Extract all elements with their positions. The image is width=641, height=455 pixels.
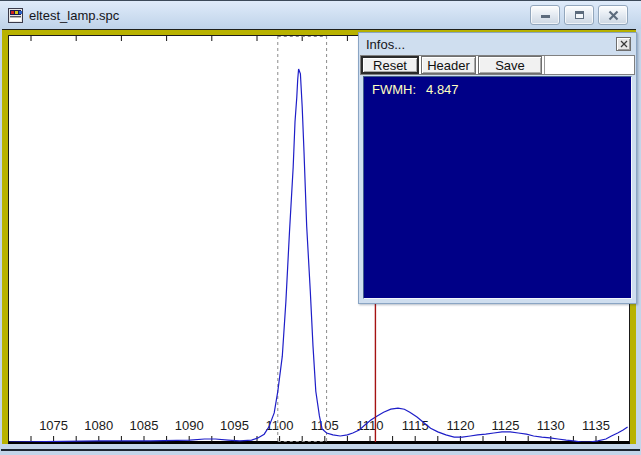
infos-readout-panel: FWMH:4.847 — [363, 76, 632, 299]
x-axis-label: 1135 — [582, 418, 610, 433]
app-icon-yellow-dot — [15, 11, 18, 14]
x-axis-label: 1090 — [175, 418, 204, 433]
window-bottom-edge — [1, 449, 640, 451]
close-icon — [608, 10, 619, 21]
titlebar[interactable]: eltest_lamp.spc — [0, 1, 641, 29]
close-icon — [620, 40, 628, 48]
app-icon-red-dot — [11, 11, 14, 14]
x-axis-label: 1095 — [220, 418, 249, 433]
reset-button[interactable]: Reset — [361, 56, 419, 74]
x-axis-label: 1085 — [130, 418, 159, 433]
x-axis-label: 1080 — [84, 418, 113, 433]
infos-close-button[interactable] — [616, 37, 631, 51]
window-title: eltest_lamp.spc — [29, 8, 119, 23]
restore-icon — [575, 11, 584, 19]
fwhm-label: FWMH: — [372, 82, 416, 97]
infos-title: Infos... — [366, 37, 405, 52]
app-window: eltest_lamp.spc 107510801085109010951100… — [0, 0, 641, 455]
save-button[interactable]: Save — [478, 56, 542, 74]
minimize-icon — [541, 15, 550, 18]
x-axis-label: 1130 — [537, 418, 565, 433]
fwhm-value: 4.847 — [426, 82, 459, 97]
app-icon-blue-dot — [19, 11, 22, 14]
app-icon-base — [10, 17, 21, 21]
x-axis-label: 1075 — [39, 418, 68, 433]
header-button[interactable]: Header — [421, 56, 476, 74]
minimize-button[interactable] — [530, 5, 560, 25]
infos-toolbar: Reset Header Save — [360, 55, 635, 75]
window-controls — [530, 5, 628, 25]
toolbar-filler — [544, 56, 634, 74]
infos-titlebar[interactable]: Infos... — [359, 33, 636, 55]
x-axis-label: 1125 — [492, 418, 520, 433]
x-axis-label: 1120 — [446, 418, 474, 433]
restore-button[interactable] — [564, 5, 594, 25]
app-icon[interactable] — [8, 8, 23, 23]
infos-window: Infos... Reset Header Save FWMH:4.847 — [358, 32, 637, 304]
x-axis-label: 1115 — [402, 418, 429, 433]
close-button[interactable] — [598, 5, 628, 25]
